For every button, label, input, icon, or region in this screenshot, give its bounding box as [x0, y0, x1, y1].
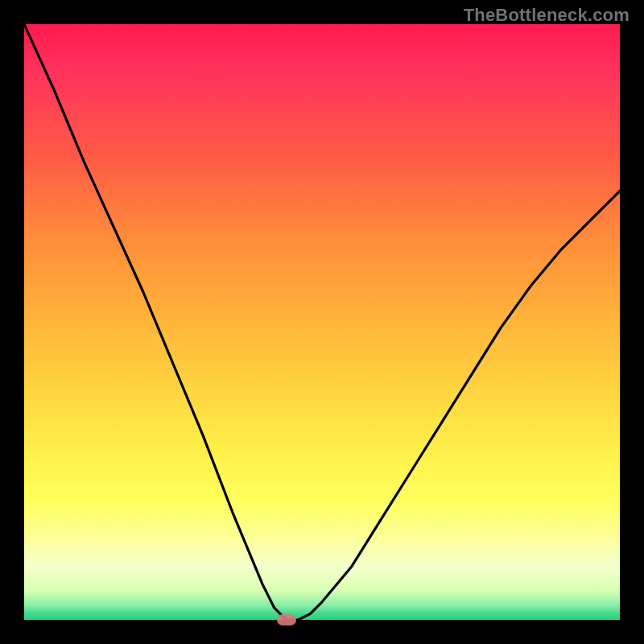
watermark-text: TheBottleneck.com [464, 5, 630, 26]
chart-frame: TheBottleneck.com [0, 0, 644, 644]
bottleneck-curve [24, 24, 620, 620]
optimum-marker [277, 614, 296, 625]
plot-area [24, 24, 620, 620]
